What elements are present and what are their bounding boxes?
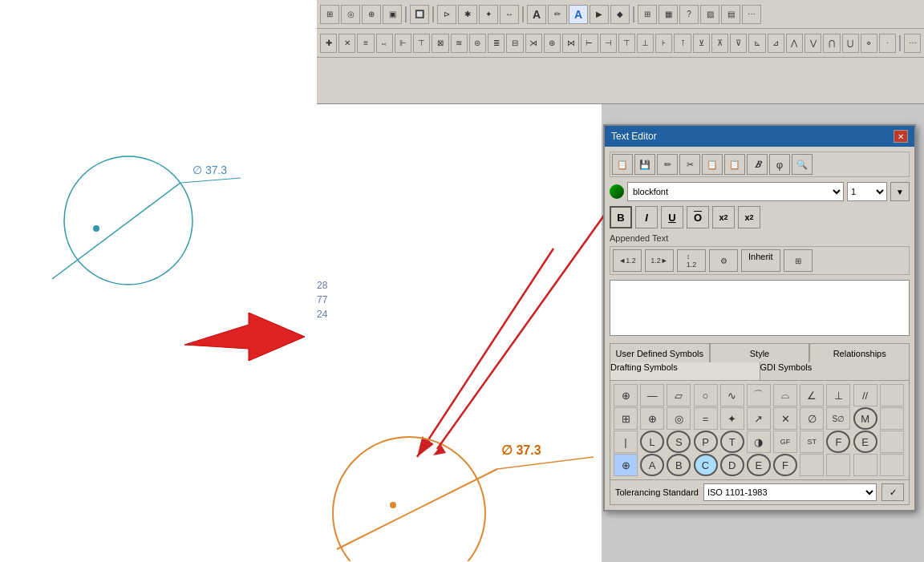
toolbar-btn-Afill[interactable]: A: [569, 5, 588, 24]
sym-crosshair2[interactable]: ⊞: [614, 407, 638, 430]
sub-tab-gdi[interactable]: GDI Symbols: [760, 362, 910, 380]
toolbar-btn-r6[interactable]: ⊤: [413, 34, 430, 53]
sym-A[interactable]: A: [640, 454, 664, 476]
toolbar-btn-r5[interactable]: ⊩: [395, 34, 411, 53]
close-button[interactable]: ✕: [894, 130, 908, 143]
sym-L[interactable]: L: [640, 431, 664, 453]
font-size-btn[interactable]: ▼: [890, 182, 910, 201]
dialog-btn-B[interactable]: 𝐵: [747, 154, 768, 175]
toolbar-btn-7[interactable]: ✱: [458, 5, 477, 24]
toolbar-btn-r13[interactable]: ⊛: [544, 34, 561, 53]
toolbar-btn-r18[interactable]: ⊥: [637, 34, 654, 53]
toolbar-btn-r26[interactable]: ⋀: [786, 34, 803, 53]
toolbar-btn-A[interactable]: A: [527, 5, 546, 24]
toolbar-btn-q[interactable]: ?: [679, 5, 699, 24]
sym-parallel[interactable]: //: [853, 384, 877, 406]
text-input[interactable]: [610, 280, 910, 336]
appended-btn-gear[interactable]: ⚙: [709, 249, 738, 272]
toolbar-btn-grid2[interactable]: ▦: [659, 5, 678, 24]
toolbar-btn-r24[interactable]: ⊾: [748, 34, 765, 53]
dialog-btn-edit2[interactable]: ✏: [657, 154, 678, 175]
toolbar-btn-grid1[interactable]: ⊞: [638, 5, 657, 24]
tolerancing-select[interactable]: ISO 1101-1983 ASME Y14.5 DIN: [703, 483, 877, 501]
sym-half[interactable]: ◑: [747, 431, 771, 453]
inherit-button[interactable]: Inherit: [741, 249, 780, 272]
sym-perpendicular[interactable]: ⊥: [826, 384, 850, 406]
toolbar-btn-r30[interactable]: ⋄: [861, 34, 877, 53]
overline-button[interactable]: O: [687, 206, 709, 228]
toolbar-btn-grid4[interactable]: ▤: [721, 5, 740, 24]
toolbar-btn-r8[interactable]: ≋: [451, 34, 468, 53]
subscript-button[interactable]: x2: [738, 206, 760, 228]
toolbar-btn-8[interactable]: ✦: [479, 5, 498, 24]
toolbar-btn-r14[interactable]: ⋈: [562, 34, 579, 53]
sym-empty6[interactable]: [853, 454, 877, 476]
dialog-btn-save[interactable]: 💾: [634, 154, 655, 175]
sym-E[interactable]: E: [853, 431, 877, 453]
sym-crosshair3[interactable]: ⊕: [640, 407, 664, 430]
sym-empty3[interactable]: [880, 431, 904, 453]
sym-star[interactable]: ✦: [720, 407, 744, 430]
toolbar-btn-r11[interactable]: ⊟: [506, 34, 523, 53]
sym-empty5[interactable]: [826, 454, 850, 476]
dialog-btn-search[interactable]: 🔍: [792, 154, 813, 175]
toolbar-btn-r15[interactable]: ⊢: [581, 34, 598, 53]
italic-button[interactable]: I: [635, 206, 658, 228]
toolbar-btn-r23[interactable]: ⊽: [730, 34, 747, 53]
sym-equal[interactable]: =: [694, 407, 718, 430]
toolbar-btn-play[interactable]: ▶: [590, 5, 609, 24]
toolbar-btn-r25[interactable]: ⊿: [768, 34, 784, 53]
sym-F[interactable]: F: [826, 431, 850, 453]
dialog-btn-paste2[interactable]: 📋: [724, 154, 745, 175]
dialog-btn-cut[interactable]: ✂: [679, 154, 700, 175]
sym-crosshair[interactable]: ⊕: [614, 384, 638, 406]
toolbar-btn-r29[interactable]: ⋃: [842, 34, 859, 53]
sym-E2[interactable]: E: [747, 454, 771, 476]
dialog-btn-phi[interactable]: φ: [769, 154, 790, 175]
sym-empty2[interactable]: [880, 407, 904, 430]
toolbar-btn-dots2[interactable]: ⋯: [904, 34, 921, 53]
sym-circle[interactable]: ○: [694, 384, 718, 406]
sym-B[interactable]: B: [667, 454, 691, 476]
sym-P[interactable]: P: [694, 431, 718, 453]
tolerancing-check[interactable]: ✓: [881, 483, 904, 501]
sym-empty7[interactable]: [880, 454, 904, 476]
sym-F2[interactable]: F: [773, 454, 797, 476]
sym-empty1[interactable]: [880, 384, 904, 406]
tab-style[interactable]: Style: [710, 343, 810, 362]
toolbar-btn-9[interactable]: ↔: [500, 5, 519, 24]
appended-btn-updown[interactable]: ↕1.2: [677, 249, 706, 272]
toolbar-btn-grid3[interactable]: ▧: [700, 5, 719, 24]
sym-s-diameter[interactable]: S∅: [826, 407, 850, 430]
sym-C[interactable]: C: [694, 454, 718, 476]
toolbar-btn-r16[interactable]: ⊣: [600, 34, 617, 53]
toolbar-btn-r20[interactable]: ⊺: [674, 34, 691, 53]
sym-crosshair4[interactable]: ⊕: [614, 454, 638, 476]
font-size-select[interactable]: 1: [847, 182, 887, 201]
toolbar-btn-r4[interactable]: ⟖: [376, 34, 393, 53]
sym-angle[interactable]: ∠: [800, 384, 824, 406]
sym-empty4[interactable]: [800, 454, 824, 476]
toolbar-btn-6[interactable]: ⊳: [437, 5, 456, 24]
appended-btn-right[interactable]: 1.2►: [645, 249, 674, 272]
sym-vline[interactable]: |: [614, 431, 638, 453]
superscript-button[interactable]: x2: [712, 206, 735, 228]
sym-T[interactable]: T: [720, 431, 744, 453]
sub-tab-drafting[interactable]: Drafting Symbols: [610, 362, 760, 380]
toolbar-btn-r28[interactable]: ⋂: [823, 34, 840, 53]
sym-M[interactable]: M: [853, 407, 877, 430]
sym-diameter[interactable]: ∅: [800, 407, 824, 430]
toolbar-btn-r7[interactable]: ⊠: [432, 34, 448, 53]
sym-S[interactable]: S: [667, 431, 691, 453]
toolbar-btn-1[interactable]: ⊞: [320, 5, 339, 24]
appended-btn-grid[interactable]: ⊞: [784, 249, 813, 272]
toolbar-btn-r2[interactable]: ✕: [338, 34, 355, 53]
toolbar-btn-r10[interactable]: ≣: [488, 34, 505, 53]
sym-GF[interactable]: GF: [773, 431, 797, 453]
underline-button[interactable]: U: [661, 206, 683, 228]
toolbar-btn-4[interactable]: ▣: [383, 5, 402, 24]
toolbar-btn-r3[interactable]: ≡: [357, 34, 374, 53]
toolbar-btn-3[interactable]: ⊕: [362, 5, 381, 24]
dialog-btn-copy[interactable]: 📋: [612, 154, 633, 175]
font-select[interactable]: blockfont: [627, 182, 844, 201]
